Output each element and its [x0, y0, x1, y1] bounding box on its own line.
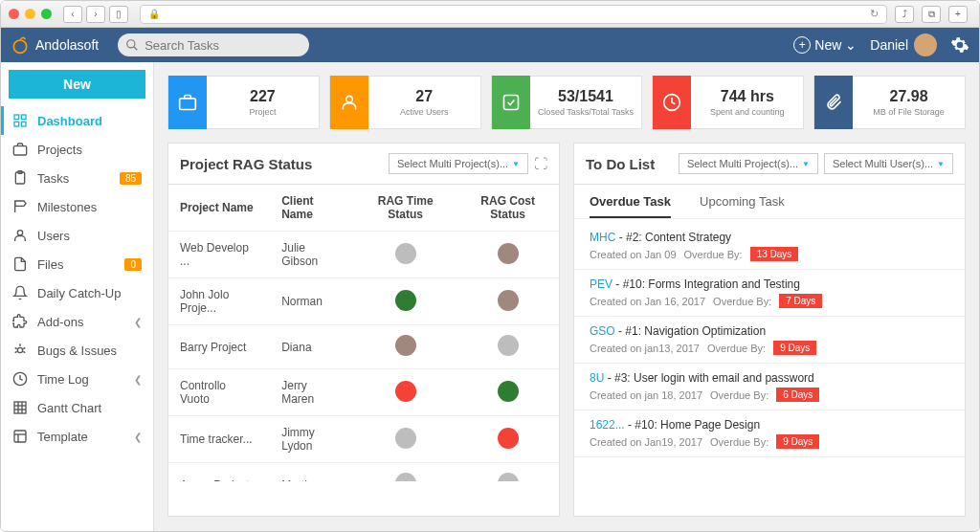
address-bar[interactable]: 🔒 ↻ [140, 5, 887, 24]
todo-item[interactable]: GSO - #1: Navigation OptimizationCreated… [574, 317, 965, 364]
table-row[interactable]: Aaron ProjectMartin [168, 463, 559, 482]
table-row[interactable]: Web Develop ...Julie Gibson [168, 232, 559, 278]
svg-rect-7 [13, 146, 26, 155]
table-row[interactable]: John Jolo Proje...Norman [168, 278, 559, 325]
back-button[interactable]: ‹ [63, 6, 82, 23]
tab-upcoming[interactable]: Upcoming Task [700, 194, 785, 218]
reload-icon[interactable]: ↻ [870, 8, 879, 20]
todo-meta: Created on Jan 09Overdue By:13 Days [590, 247, 949, 261]
maximize-window[interactable] [41, 9, 52, 19]
todo-user-select[interactable]: Select Multi User(s)...▼ [824, 153, 953, 174]
cell-cost [457, 369, 559, 416]
svg-line-2 [134, 47, 138, 51]
sidebar-item-bugs-&-issues[interactable]: Bugs & Issues [1, 336, 153, 365]
sidebar-toggle[interactable]: ▯ [109, 6, 128, 23]
tab-overdue[interactable]: Overdue Task [590, 194, 671, 218]
cell-cost [457, 416, 559, 463]
dashboard-icon [12, 113, 28, 128]
stat-card: 27Active Users [329, 76, 481, 129]
stat-card: 27.98MB of File Storage [813, 76, 966, 129]
rag-table: Project Name Client Name RAG Time Status… [168, 185, 559, 481]
milestone-icon [12, 199, 28, 214]
close-window[interactable] [9, 9, 19, 19]
svg-rect-27 [180, 99, 196, 110]
col-project: Project Name [168, 185, 270, 232]
expand-icon[interactable]: ⛶ [534, 156, 547, 171]
stat-label: Project [207, 107, 319, 117]
sidebar-item-users[interactable]: Users [1, 221, 153, 250]
sidebar-item-projects[interactable]: Projects [1, 135, 153, 164]
sidebar-item-label: Files [37, 257, 63, 272]
bell-icon [12, 285, 28, 300]
svg-point-11 [17, 231, 22, 235]
badge: 85 [120, 172, 142, 185]
chevron-down-icon: ⌄ [845, 37, 857, 53]
app-name: Andolasoft [35, 37, 99, 53]
rag-panel: Project RAG Status Select Multi Project(… [167, 143, 560, 517]
table-row[interactable]: Controllo VuotoJerry Maren [168, 369, 559, 416]
briefcase-icon [168, 76, 207, 129]
grid-icon [12, 400, 28, 415]
gear-icon[interactable] [950, 35, 969, 55]
todo-item[interactable]: PEV - #10: Forms Integration and Testing… [574, 270, 965, 317]
new-label: New [814, 37, 841, 53]
todo-meta: Created on Jan19, 2017Overdue By:9 Days [590, 434, 949, 449]
svg-rect-5 [14, 122, 19, 126]
briefcase-icon [12, 142, 28, 157]
sidebar-item-milestones[interactable]: Milestones [1, 192, 153, 221]
puzzle-icon [12, 314, 28, 329]
cell-time [354, 232, 457, 278]
stat-label: Closed Tasks/Total Tasks [530, 107, 642, 117]
sidebar-item-gantt-chart[interactable]: Gantt Chart [1, 393, 153, 422]
cell-project: Controllo Vuoto [168, 369, 270, 416]
todo-title: 1622... - #10: Home Page Design [590, 418, 949, 432]
sidebar-item-label: Bugs & Issues [37, 344, 117, 358]
forward-button[interactable]: › [86, 6, 105, 23]
sidebar-item-label: Users [37, 229, 70, 243]
app-bar: Andolasoft Search Tasks + New ⌄ Daniel [1, 28, 979, 62]
minimize-window[interactable] [25, 9, 35, 19]
sidebar-item-template[interactable]: Template❮ [1, 422, 153, 451]
share-button[interactable]: ⤴ [895, 6, 914, 23]
cell-time [354, 416, 457, 463]
sidebar-item-dashboard[interactable]: Dashboard [1, 106, 153, 135]
rag-project-select[interactable]: Select Multi Project(s)...▼ [389, 153, 528, 174]
cell-cost [457, 463, 559, 482]
todo-project-select[interactable]: Select Multi Project(s)...▼ [679, 153, 818, 174]
clipboard-icon [12, 170, 28, 186]
sidebar-item-time-log[interactable]: Time Log❮ [1, 365, 153, 393]
user-icon [12, 228, 28, 243]
table-row[interactable]: Time tracker...Jimmy Lydon [168, 416, 559, 463]
sidebar-item-daily-catch-up[interactable]: Daily Catch-Up [1, 278, 153, 307]
sidebar-item-label: Dashboard [37, 114, 102, 128]
new-tab-button[interactable]: + [948, 6, 968, 23]
cell-client: Julie Gibson [270, 232, 354, 278]
col-client: Client Name [270, 185, 354, 232]
search-input[interactable]: Search Tasks [118, 33, 309, 56]
sidebar-item-files[interactable]: Files0 [1, 250, 153, 278]
sidebar-item-label: Add-ons [37, 315, 83, 329]
logo-icon [11, 35, 30, 55]
sidebar-item-tasks[interactable]: Tasks85 [1, 164, 153, 192]
todo-item[interactable]: MHC - #2: Content StrategyCreated on Jan… [574, 223, 965, 270]
chevron-down-icon: ▼ [802, 160, 810, 168]
table-row[interactable]: Barry ProjectDiana [168, 325, 559, 369]
todo-item[interactable]: 8U - #3: User login with email and passw… [574, 364, 965, 410]
sidebar-item-label: Daily Catch-Up [37, 286, 121, 300]
sidebar-new-button[interactable]: New [9, 70, 145, 99]
user-menu[interactable]: Daniel [870, 33, 937, 56]
sidebar-item-label: Milestones [37, 200, 97, 214]
user-name: Daniel [870, 37, 908, 53]
stat-label: MB of File Storage [853, 107, 965, 117]
todo-title: 8U - #3: User login with email and passw… [590, 371, 949, 385]
cell-client: Diana [270, 325, 354, 369]
todo-item[interactable]: 1622... - #10: Home Page DesignCreated o… [574, 410, 965, 457]
chevron-down-icon: ▼ [512, 160, 520, 168]
svg-point-28 [345, 96, 352, 102]
cell-project: John Jolo Proje... [168, 278, 270, 325]
sidebar-item-add-ons[interactable]: Add-ons❮ [1, 307, 153, 336]
new-dropdown[interactable]: + New ⌄ [793, 36, 857, 54]
content: 227Project27Active Users53/1541Closed Ta… [154, 62, 979, 532]
app-logo[interactable]: Andolasoft [11, 35, 99, 55]
tabs-button[interactable]: ⧉ [922, 6, 941, 23]
